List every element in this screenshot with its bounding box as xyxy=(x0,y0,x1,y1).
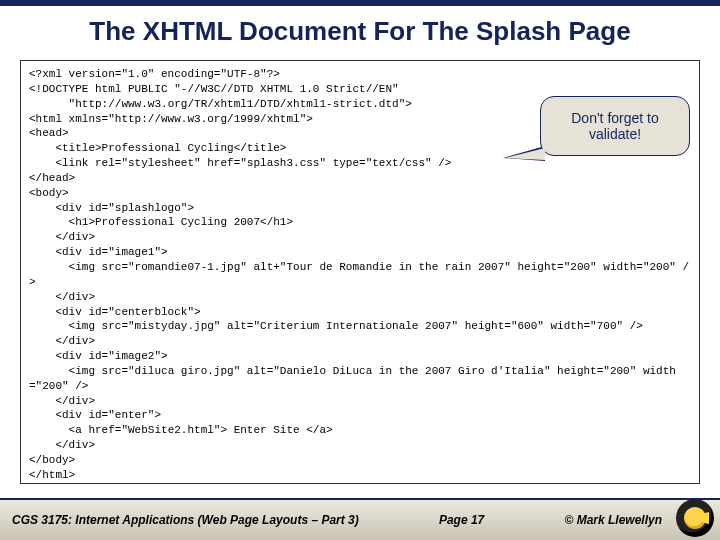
footer-course: CGS 3175: Internet Applications (Web Pag… xyxy=(12,513,359,527)
footer-page: Page 17 xyxy=(359,513,565,527)
ucf-logo-icon xyxy=(676,499,714,537)
callout-text: Don't forget to validate! xyxy=(547,110,683,142)
slide-title: The XHTML Document For The Splash Page xyxy=(0,6,720,55)
pegasus-icon xyxy=(684,507,706,529)
callout-bubble: Don't forget to validate! xyxy=(540,96,690,156)
callout-pointer xyxy=(505,148,545,160)
footer-author: © Mark Llewellyn xyxy=(564,513,662,527)
footer-bar: CGS 3175: Internet Applications (Web Pag… xyxy=(0,498,720,540)
slide: The XHTML Document For The Splash Page <… xyxy=(0,0,720,540)
